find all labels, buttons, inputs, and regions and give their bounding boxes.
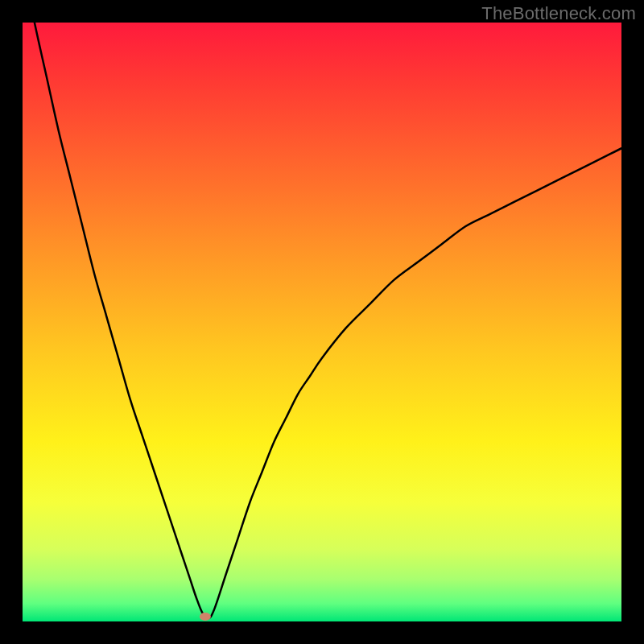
chart-background — [23, 23, 621, 621]
bottleneck-chart — [23, 23, 621, 621]
chart-frame — [23, 23, 621, 621]
watermark-text: TheBottleneck.com — [481, 3, 636, 24]
optimum-marker — [200, 613, 211, 621]
